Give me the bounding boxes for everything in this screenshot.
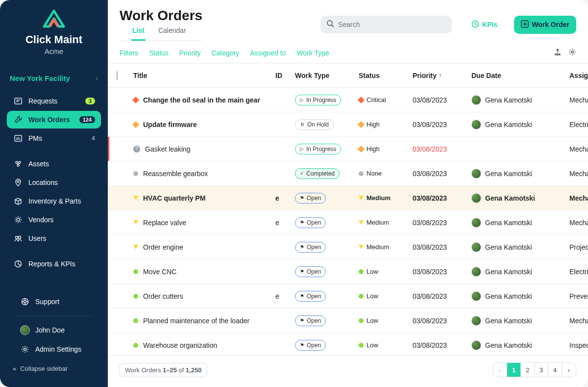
pager-page[interactable]: 2 bbox=[521, 363, 535, 377]
col-id[interactable]: ID bbox=[275, 72, 295, 79]
sidebar: Click Maint Acme New York Facility › Req… bbox=[0, 0, 108, 387]
table-row[interactable]: Order engine⚑OpenMedium03/08/2023Gena Ka… bbox=[108, 235, 588, 259]
search-box[interactable] bbox=[320, 16, 452, 33]
sidebar-item-support[interactable]: Support bbox=[14, 293, 94, 310]
table-row[interactable]: Change the oil seal in the main gear▷In … bbox=[108, 88, 588, 112]
assets-icon bbox=[13, 159, 24, 168]
brand-name: Click Maint bbox=[10, 33, 98, 46]
collapse-sidebar[interactable]: « Collapse sidebar bbox=[7, 359, 101, 378]
col-status[interactable]: Status bbox=[359, 72, 413, 79]
work-type: Preventive bbox=[569, 292, 588, 300]
assignee-name: Gena Kamotski bbox=[485, 243, 532, 251]
facility-selector[interactable]: New York Facility › bbox=[0, 69, 108, 87]
sidebar-item-pms[interactable]: PMs4 bbox=[7, 129, 101, 147]
sidebar-item-work-orders[interactable]: Work Orders124 bbox=[7, 111, 101, 129]
pager-next[interactable]: › bbox=[562, 363, 576, 377]
priority-marker-icon bbox=[133, 318, 138, 323]
sidebar-item-vendors[interactable]: Vendors bbox=[7, 211, 101, 229]
table-row[interactable]: Warehouse organization⚑OpenLow03/08/2023… bbox=[108, 333, 588, 355]
nav-support: Support bbox=[7, 293, 101, 310]
avatar bbox=[471, 169, 481, 179]
sidebar-item-label: Assets bbox=[28, 160, 95, 168]
work-type: Inspection bbox=[569, 341, 588, 349]
sidebar-item-admin-settings[interactable]: Admin Settings bbox=[14, 340, 94, 358]
tab-calendar[interactable]: Calendar bbox=[157, 24, 187, 41]
status-icon: ⚑ bbox=[300, 220, 304, 225]
users-icon bbox=[13, 234, 24, 243]
svg-rect-0 bbox=[15, 98, 22, 104]
priority-icon bbox=[359, 196, 364, 200]
sidebar-item-inventory-parts[interactable]: Inventory & Parts bbox=[7, 192, 101, 210]
table-row[interactable]: Reassemble gearbox✓CompletedNone03/08/20… bbox=[108, 161, 588, 186]
status-badge: ⚑Open bbox=[295, 266, 326, 277]
new-work-order-button[interactable]: Work Order bbox=[514, 16, 576, 34]
table-row[interactable]: Update firmware⏸On HoldHigh03/08/2023Gen… bbox=[108, 112, 588, 137]
export-icon[interactable] bbox=[554, 48, 562, 58]
filter-priority[interactable]: Priority bbox=[179, 49, 201, 57]
status-badge: ⚑Open bbox=[295, 193, 326, 204]
badge: 4 bbox=[92, 135, 95, 142]
box-icon bbox=[13, 197, 24, 206]
row-title: Replace valve bbox=[143, 219, 186, 227]
col-work-type[interactable]: Work Type bbox=[295, 72, 359, 79]
gear-icon[interactable] bbox=[568, 48, 576, 58]
filter-filters[interactable]: Filters bbox=[120, 49, 138, 57]
avatar bbox=[471, 316, 481, 326]
search-input[interactable] bbox=[338, 21, 446, 28]
assignee-name: Gena Kamotski bbox=[485, 194, 535, 202]
table-row[interactable]: ?Gasket leaking▷In ProgressHigh03/08/202… bbox=[108, 137, 588, 161]
assignee-name: Gena Kamotski bbox=[485, 317, 532, 325]
collapse-label: Collapse sidebar bbox=[20, 365, 68, 372]
table-row[interactable]: Order cutterse⚑OpenLow03/08/2023Gena Kam… bbox=[108, 284, 588, 309]
tab-list[interactable]: List bbox=[131, 24, 146, 41]
filters-bar: FiltersStatusPriorityCategoryAssigned to… bbox=[108, 43, 588, 63]
table-row[interactable]: Move CNC⚑OpenLow03/08/2023Gena KamotskiE… bbox=[108, 259, 588, 284]
work-type: Mechanical bbox=[569, 145, 588, 153]
sidebar-item-users[interactable]: Users bbox=[7, 230, 101, 247]
table-row[interactable]: Replace valvee⚑OpenMedium03/08/2023Gena … bbox=[108, 210, 588, 235]
row-title: HVAC quarterly PM bbox=[143, 194, 205, 202]
priority-label: Low bbox=[367, 268, 378, 275]
chevron-right-icon: › bbox=[96, 75, 98, 82]
col-priority[interactable]: Priority ↑ bbox=[413, 72, 471, 79]
col-due[interactable]: Due Date bbox=[471, 72, 569, 79]
priority-icon bbox=[359, 294, 364, 299]
status-badge: ▷In Progress bbox=[295, 144, 341, 155]
sidebar-item-assets[interactable]: Assets bbox=[7, 155, 101, 173]
badge: 124 bbox=[79, 116, 95, 123]
priority-label: High bbox=[367, 121, 380, 128]
select-all-checkbox[interactable] bbox=[117, 71, 118, 80]
row-title: Order engine bbox=[143, 243, 183, 251]
filter-category[interactable]: Category bbox=[211, 49, 239, 57]
filter-assigned-to[interactable]: Assigned to bbox=[250, 49, 286, 57]
kpis-link[interactable]: KPIs bbox=[471, 20, 497, 29]
work-type: Project bbox=[569, 243, 588, 251]
sidebar-item-reports-kpis[interactable]: Reports & KPIs bbox=[7, 255, 101, 273]
priority-label: Low bbox=[367, 341, 378, 349]
pager-page[interactable]: 3 bbox=[535, 363, 548, 377]
pager-page[interactable]: 1 bbox=[507, 363, 521, 377]
priority-icon bbox=[359, 269, 364, 274]
filter-work-type[interactable]: Work Type bbox=[296, 49, 329, 57]
col-title[interactable]: Title bbox=[133, 72, 275, 79]
pager-page[interactable]: 4 bbox=[548, 363, 562, 377]
due-date: 03/08/2023 bbox=[413, 121, 471, 129]
col-assigned[interactable]: Assigned to bbox=[569, 72, 588, 79]
page-title: Work Orders bbox=[120, 8, 202, 24]
sidebar-item-requests[interactable]: Requests3 bbox=[7, 92, 101, 110]
priority-icon bbox=[358, 96, 365, 103]
svg-point-8 bbox=[19, 236, 21, 239]
status-badge: ✓Completed bbox=[295, 168, 340, 179]
wrench-icon bbox=[13, 115, 24, 124]
table-row[interactable]: Planned maintenance of the loader⚑OpenLo… bbox=[108, 309, 588, 333]
pager-prev[interactable]: ‹ bbox=[493, 363, 507, 377]
table-row[interactable]: HVAC quarterly PMe⚑OpenMedium03/08/2023G… bbox=[108, 186, 588, 210]
priority-marker-icon bbox=[133, 245, 138, 249]
status-icon: ⚑ bbox=[300, 318, 304, 323]
sidebar-item-locations[interactable]: Locations bbox=[7, 174, 101, 191]
pager: ‹1234› bbox=[493, 362, 576, 377]
filter-status[interactable]: Status bbox=[149, 49, 169, 57]
sidebar-item-john-doe[interactable]: John Doe bbox=[14, 321, 94, 339]
due-date: 03/08/2023 bbox=[413, 96, 471, 104]
filter-actions bbox=[554, 48, 576, 58]
